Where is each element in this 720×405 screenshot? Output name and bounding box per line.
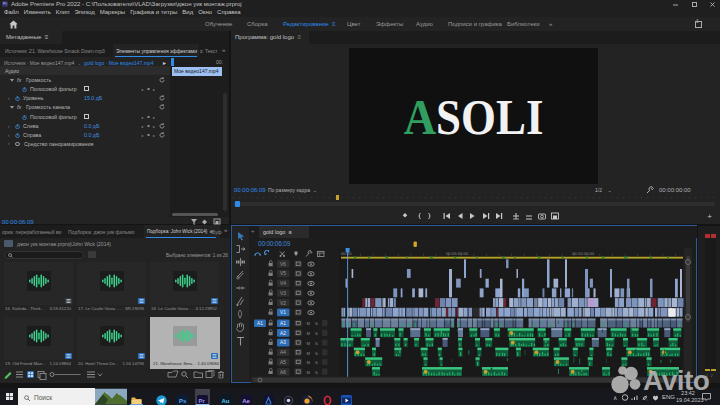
- svg-text:Ps: Ps: [179, 398, 187, 404]
- svg-text:Au: Au: [221, 398, 229, 404]
- svg-text:00:05:00:00: 00:05:00:00: [446, 251, 469, 256]
- svg-text:Ae: Ae: [242, 398, 250, 404]
- svg-text:00:10:00:00: 00:10:00:00: [572, 251, 595, 256]
- svg-text:Avito: Avito: [643, 365, 710, 395]
